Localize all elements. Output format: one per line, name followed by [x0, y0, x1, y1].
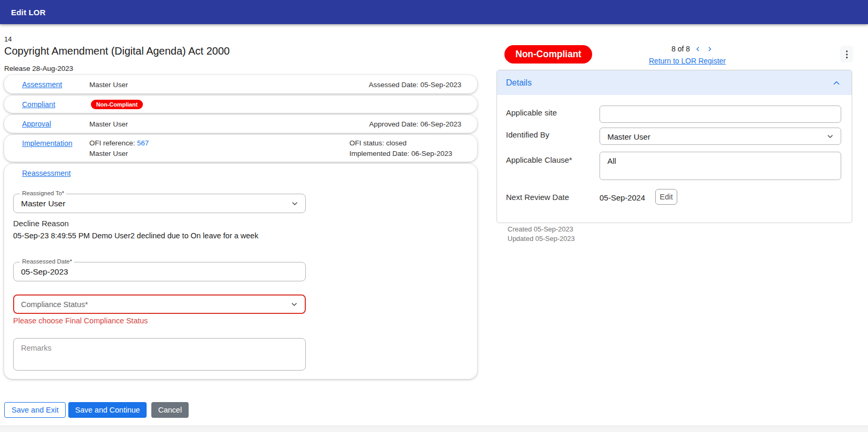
reassigned-to-select[interactable]: Reassigned To* Master User: [13, 194, 306, 213]
identified-by-select[interactable]: Master User: [600, 128, 841, 145]
assessment-link[interactable]: Assessment: [22, 80, 62, 89]
save-and-continue-button[interactable]: Save and Continue: [68, 402, 147, 418]
compliance-status-error: Please choose Final Compliance Status: [13, 317, 148, 325]
next-review-date-value: 05-Sep-2024: [600, 193, 645, 202]
implementation-row: Implementation OFI reference: 567 Master…: [4, 135, 477, 162]
lor-release-date: Release 28-Aug-2023: [4, 65, 73, 72]
implementation-right-column: OFI status: closed Implemented Date: 06-…: [349, 138, 452, 159]
ofi-status: OFI status: closed: [349, 138, 452, 149]
implemented-date: Implemented Date: 06-Sep-2023: [349, 149, 452, 159]
cancel-button[interactable]: Cancel: [151, 402, 189, 418]
lor-number: 14: [4, 35, 12, 43]
identified-by-label: Identified By: [506, 130, 550, 139]
chevron-down-icon: [290, 300, 298, 309]
compliant-row: Compliant Non-Compliant: [4, 96, 477, 113]
approval-assignee: Master User: [89, 120, 128, 128]
ofi-reference-label: OFI reference:: [89, 139, 135, 147]
assessed-date: Assessed Date: 05-Sep-2023: [369, 80, 461, 88]
record-pager: 8 of 8: [671, 45, 713, 53]
reassessed-date-value: 05-Sep-2023: [21, 267, 68, 277]
compliance-status-badge-small: Non-Compliant: [91, 100, 143, 109]
page-title: Edit LOR: [11, 8, 46, 17]
compliance-status-placeholder: Compliance Status*: [21, 300, 88, 309]
details-header[interactable]: Details: [497, 70, 852, 95]
compliance-status-select[interactable]: Compliance Status*: [13, 294, 306, 314]
reassessment-link[interactable]: Reassessment: [22, 169, 71, 177]
remarks-textarea[interactable]: [13, 338, 306, 371]
approval-row: Approval Master User Approved Date: 06-S…: [4, 115, 477, 133]
compliant-link[interactable]: Compliant: [22, 100, 55, 109]
footer-strip: [0, 426, 868, 432]
ofi-reference-line: OFI reference: 567: [89, 138, 149, 149]
applicable-site-input[interactable]: [600, 106, 841, 123]
pager-position: 8 of 8: [671, 45, 690, 53]
details-card: Details Applicable site Identified By Ma…: [497, 70, 852, 223]
edit-lor-page: Edit LOR 14 Copyright Amendment (Digital…: [0, 0, 868, 432]
chevron-right-icon[interactable]: [706, 46, 713, 52]
chevron-up-icon[interactable]: [832, 78, 841, 88]
reassessment-card: Reassessment Reassigned To* Master User …: [4, 164, 477, 379]
assessment-row: Assessment Master User Assessed Date: 05…: [4, 75, 477, 93]
ofi-reference-link[interactable]: 567: [137, 139, 149, 147]
reassigned-to-value: Master User: [21, 199, 65, 208]
reassessed-date-field[interactable]: Reassessed Date* 05-Sep-2023: [13, 262, 306, 281]
app-bar: Edit LOR: [0, 0, 868, 24]
applicable-clause-label: Applicable Clause*: [506, 155, 572, 164]
reassessed-date-label: Reassessed Date*: [20, 258, 74, 265]
assessment-assignee: Master User: [89, 80, 128, 88]
implementation-link[interactable]: Implementation: [22, 139, 73, 147]
decline-reason-text: 05-Sep-23 8:49:55 PM Demo User2 declined…: [13, 231, 259, 240]
edit-next-review-date-button[interactable]: Edit: [655, 189, 677, 205]
applicable-clause-input[interactable]: All: [600, 152, 841, 180]
decline-reason-label: Decline Reason: [13, 219, 69, 228]
applicable-clause-value: All: [607, 156, 616, 165]
chevron-down-icon: [291, 199, 299, 208]
applicable-site-label: Applicable site: [506, 108, 557, 117]
identified-by-value: Master User: [607, 132, 650, 141]
next-review-date-label: Next Review Date: [506, 193, 569, 202]
kebab-menu-icon[interactable]: ⋮: [840, 46, 853, 62]
return-to-lor-register-link[interactable]: Return to LOR Register: [649, 57, 726, 65]
chevron-down-icon: [826, 132, 834, 141]
implementation-assignee: Master User: [89, 149, 149, 159]
implementation-left-column: OFI reference: 567 Master User: [89, 138, 149, 159]
lor-title: Copyright Amendment (Digital Agenda) Act…: [4, 45, 230, 57]
approval-link[interactable]: Approval: [22, 120, 51, 128]
updated-date: Updated 05-Sep-2023: [508, 235, 575, 243]
reassigned-to-label: Reassigned To*: [20, 190, 66, 196]
approved-date: Approved Date: 06-Sep-2023: [369, 120, 461, 128]
status-badge: Non-Compliant: [504, 45, 592, 64]
details-title: Details: [506, 78, 532, 88]
save-and-exit-button[interactable]: Save and Exit: [4, 402, 66, 418]
created-date: Created 05-Sep-2023: [508, 225, 573, 233]
chevron-left-icon[interactable]: [695, 46, 701, 52]
